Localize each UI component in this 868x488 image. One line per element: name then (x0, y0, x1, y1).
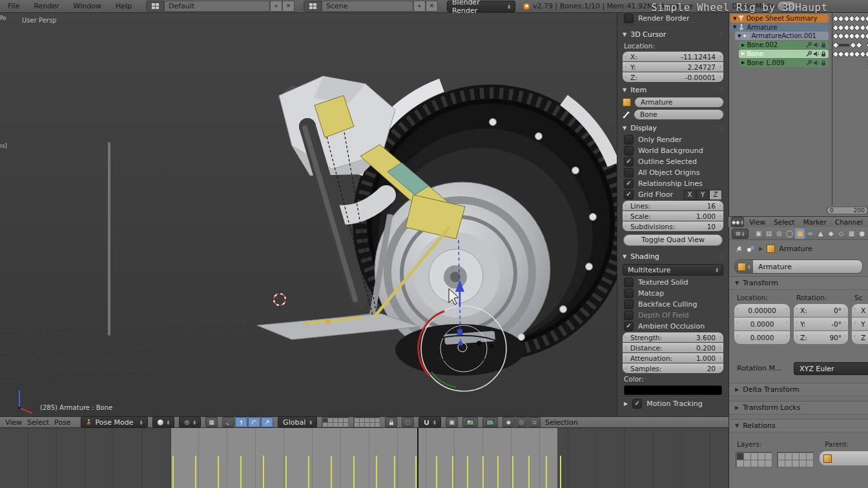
stepper-left-icon[interactable]: ‹ (625, 365, 626, 371)
delete-key-button[interactable]: ▫ (528, 417, 541, 427)
timeline-keyframe-line[interactable] (308, 456, 309, 488)
panel-header-relations[interactable]: ▼ Relations (729, 419, 868, 432)
pivot-point-dropdown[interactable]: ◎ ▲▼ (179, 416, 201, 428)
ao-color-swatch[interactable] (624, 385, 722, 395)
dopesheet-menu-select[interactable]: Select (774, 218, 794, 226)
stepper-left-icon[interactable]: ‹ (625, 355, 626, 361)
stepper-right-icon[interactable]: › (844, 320, 846, 325)
panel-header-transform[interactable]: ▼ Transform (729, 276, 868, 290)
stepper-left-icon[interactable]: ‹ (625, 223, 626, 229)
stepper-right-icon[interactable]: › (844, 333, 846, 339)
panel-header-item[interactable]: ▼ Item ☰ (617, 83, 728, 96)
wrench-icon[interactable] (806, 42, 812, 48)
wrench-icon[interactable] (806, 51, 812, 57)
dopesheet-menu-marker[interactable]: Marker (803, 218, 827, 226)
keyframe-diamond[interactable] (855, 41, 862, 48)
channel-bone-002[interactable]: ▶Bone.002 (739, 41, 829, 49)
tab-render-layers[interactable]: ▤ (764, 229, 774, 239)
timeline-keyframe-line[interactable] (415, 456, 417, 488)
timeline-keyframe-line[interactable] (263, 456, 264, 488)
dope-sheet-editor[interactable]: ▼Dope Sheet Summary▼Armature▼ArmatureAct… (728, 13, 868, 216)
scene-datablock-icon[interactable] (747, 245, 755, 252)
display-check-row[interactable]: ✓Grid FloorXYZ (617, 189, 728, 200)
layer-cell[interactable] (765, 460, 772, 467)
panel-header-display[interactable]: ▼ Display ☰ (617, 121, 728, 134)
timeline-keyframe-line[interactable] (376, 456, 377, 488)
keyframe-diamond[interactable] (865, 41, 868, 48)
keying-set-button[interactable]: ◆ (502, 417, 515, 427)
toggle-quad-view-button[interactable]: Toggle Quad View (623, 234, 723, 246)
shading-check-row[interactable]: Textured Solid (617, 277, 728, 288)
viewport-menu-pose[interactable]: Pose (54, 418, 70, 427)
scale-field[interactable]: ‹Z (852, 331, 868, 344)
display-check-checkbox[interactable] (624, 135, 634, 145)
axis-button-z[interactable]: Z (709, 190, 722, 200)
timeline-keyframe-line[interactable] (512, 456, 513, 488)
3d-scene[interactable] (0, 13, 617, 416)
timeline-keyframe-line[interactable] (218, 456, 219, 488)
stepper-left-icon[interactable]: ‹ (736, 333, 738, 339)
dopesheet-menu-channel[interactable]: Channel (835, 218, 863, 226)
npanel-scrollbar[interactable] (108, 142, 110, 336)
stepper-left-icon[interactable]: ‹ (854, 306, 856, 312)
proportional-edit-button[interactable]: ◌ (402, 417, 414, 427)
stepper-left-icon[interactable]: ‹ (625, 345, 626, 351)
menu-render[interactable]: Render (34, 2, 59, 10)
stepper-right-icon[interactable]: › (786, 333, 788, 339)
insert-key-button[interactable]: ◇ (515, 417, 528, 427)
tab-bone[interactable]: ◆ (826, 229, 836, 239)
shading-check-row[interactable]: Backface Culling (617, 299, 728, 310)
keyframe-diamond[interactable] (864, 15, 868, 22)
cursor-z-field[interactable]: ‹Z: -0.00001› (623, 72, 723, 82)
dopesheet-menu-view[interactable]: View (749, 218, 765, 226)
cursor-x-field[interactable]: ‹X: -11.12414› (623, 52, 723, 61)
stepper-right-icon[interactable]: › (786, 320, 788, 325)
stepper-right-icon[interactable]: › (719, 203, 721, 208)
stepper-left-icon[interactable]: ‹ (854, 320, 856, 325)
layout-add-button[interactable]: + (270, 1, 282, 12)
channel-armatureaction-001[interactable]: ▼ArmatureAction.001 (735, 32, 829, 40)
axis-button-x[interactable]: X (683, 190, 696, 200)
stepper-right-icon[interactable]: › (719, 334, 721, 340)
shading-check-checkbox[interactable]: ✓ (624, 321, 634, 331)
cursor-y-field[interactable]: ‹Y: 2.24727› (623, 62, 723, 72)
shading-check-checkbox[interactable] (624, 310, 634, 320)
layers-grid-1[interactable] (322, 417, 349, 427)
transform-orientation-dropdown[interactable]: Global ▲▼ (278, 416, 317, 428)
panel-header-delta-transform[interactable]: ▶ Delta Transform (729, 383, 868, 396)
tab-texture[interactable]: ▦ (847, 229, 856, 239)
object-name-field[interactable]: Armature (635, 97, 723, 107)
dopesheet-scrollbar[interactable]: 0 200 (827, 207, 867, 214)
snap-element-button[interactable]: ▣ (446, 417, 458, 427)
timeline-keyframe-line[interactable] (394, 456, 395, 488)
opengl-render-anim-button[interactable] (482, 417, 498, 427)
disclosure-triangle[interactable]: ▶ (741, 60, 745, 65)
disclosure-triangle[interactable]: ▼ (733, 16, 736, 21)
manipulator-axes-icon[interactable] (222, 417, 234, 427)
lock-icon[interactable] (821, 42, 826, 48)
layout-icon[interactable] (146, 1, 164, 12)
rotation-mode-dropdown[interactable]: XYZ Euler (794, 362, 868, 375)
shading-check-checkbox[interactable] (624, 278, 634, 287)
display-check-row[interactable]: All Object Origins (617, 167, 728, 178)
display-check-checkbox[interactable] (624, 168, 634, 178)
editor-type-dropdown[interactable]: ◆◆▲▼ (731, 217, 744, 227)
viewport-menu-select[interactable]: Select (27, 418, 49, 427)
dopesheet-current-frame[interactable] (832, 13, 832, 205)
stepper-right-icon[interactable]: › (719, 345, 721, 351)
display-check-checkbox[interactable]: ✓ (624, 179, 634, 188)
layers-grid-2[interactable] (353, 417, 380, 427)
shading-check-row[interactable]: Depth Of Field (617, 310, 728, 321)
timeline-keyframe-line[interactable] (546, 456, 547, 488)
display-check-row[interactable]: World Background (617, 145, 728, 156)
timeline-keyframe-line[interactable] (436, 456, 437, 488)
menu-help[interactable]: Help (116, 2, 132, 10)
timeline-keyframe-line[interactable] (331, 456, 332, 488)
mode-dropdown[interactable]: Pose Mode ▲▼ (81, 416, 148, 428)
render-border-row[interactable]: Render Border (617, 13, 728, 24)
stepper-right-icon[interactable]: › (844, 306, 846, 312)
stepper-left-icon[interactable]: ‹ (796, 306, 798, 312)
display-field[interactable]: ‹Lines:16› (623, 201, 723, 210)
display-check-checkbox[interactable]: ✓ (624, 190, 634, 199)
tab-scene[interactable]: ◎ (774, 229, 784, 239)
